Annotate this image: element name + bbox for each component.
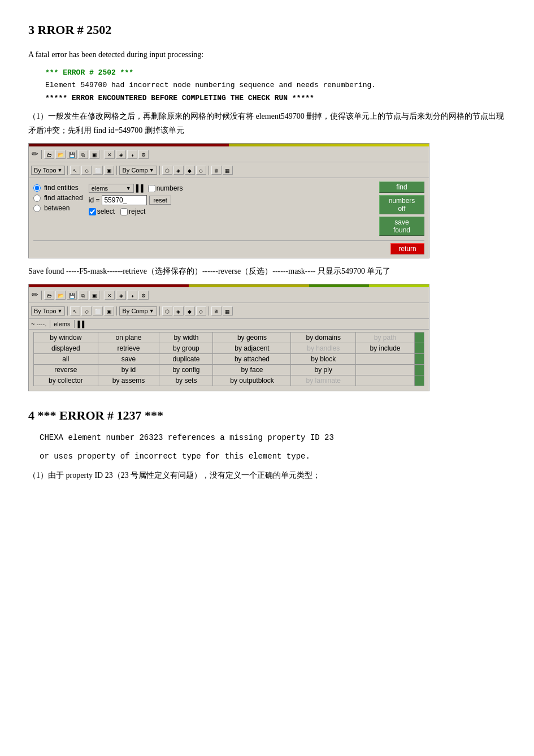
section4-title: 4 *** ERROR # 1237 ***	[28, 408, 506, 423]
by-path-cell[interactable]: by path	[356, 332, 415, 343]
reset-btn[interactable]: reset	[149, 196, 171, 205]
section3-intro: A fatal error has been detected during i…	[28, 49, 506, 61]
elems-dropdown[interactable]: elems ▼	[89, 184, 134, 193]
by-include-cell[interactable]: by include	[356, 343, 415, 354]
sc2-by-topo-btn[interactable]: By Topo ▼	[31, 306, 65, 316]
diamond4-icon[interactable]: ◇	[196, 166, 206, 175]
sc2-mini-label: ~ ----.	[31, 321, 46, 327]
sc2-dropdown-arrow2-icon: ▼	[149, 308, 154, 314]
sc2-arrow-icon[interactable]: ◇	[81, 306, 92, 316]
sc2-delete-icon[interactable]: ✕	[105, 291, 115, 300]
sc2-sphere-icon[interactable]: ◈	[173, 306, 184, 316]
sc2-box-icon[interactable]: ⬜	[93, 306, 103, 316]
id-input[interactable]	[102, 195, 147, 205]
sc2-diamond4-icon[interactable]: ◇	[196, 306, 206, 316]
sc2-select-icon[interactable]: ▣	[89, 291, 99, 300]
by-comp-btn[interactable]: By Comp ▼	[119, 166, 157, 175]
empty-cell3	[356, 375, 415, 386]
numbers-off-btn[interactable]: numbers off	[379, 195, 424, 214]
by-sets-cell[interactable]: by sets	[159, 375, 213, 386]
section4-line1: CHEXA element number 26323 references a …	[40, 431, 506, 444]
by-block-cell[interactable]: by block	[291, 354, 356, 365]
sc2-by-comp-btn[interactable]: By Comp ▼	[119, 306, 157, 316]
toolbar-delete-icon[interactable]: ✕	[105, 150, 115, 159]
numbers-checkbox[interactable]: numbers	[148, 184, 183, 192]
by-topo-label: By Topo	[34, 167, 57, 174]
arrow-icon[interactable]: ◇	[81, 166, 92, 175]
screenshot2: ✏ 🗁 📂 💾 ⧉ ▣ ✕ ◈ ⬧ ⚙ By Topo ▼ ↖ ◇ ⬜ ▣ By…	[28, 284, 429, 391]
by-group-cell[interactable]: by group	[159, 343, 213, 354]
toolbar-settings-icon[interactable]: ⚙	[138, 150, 149, 159]
sc2-settings-icon[interactable]: ⚙	[138, 291, 149, 300]
reverse-cell[interactable]: reverse	[34, 365, 98, 375]
sc2-diamond1-icon[interactable]: ◈	[116, 291, 126, 300]
sc2-open-icon[interactable]: 📂	[55, 291, 66, 300]
entity-selection-table: by window on plane by width by geoms by …	[33, 332, 424, 386]
sc2-mesh-icon[interactable]: ⧉	[78, 291, 88, 300]
save-found-btn[interactable]: save found	[379, 217, 424, 236]
box-icon[interactable]: ⬜	[93, 166, 103, 175]
toolbar-diamond1-icon[interactable]: ◈	[116, 150, 126, 159]
by-assems-cell[interactable]: by assems	[98, 375, 159, 386]
cursor-icon[interactable]: ↖	[70, 166, 80, 175]
sphere-icon[interactable]: ◈	[173, 166, 184, 175]
diamond3-icon[interactable]: ◆	[185, 166, 195, 175]
by-topo-btn[interactable]: By Topo ▼	[31, 166, 65, 175]
empty-cell2	[356, 365, 415, 375]
by-width-cell[interactable]: by width	[159, 332, 213, 343]
by-collector-cell[interactable]: by collector	[34, 375, 98, 386]
find-btn[interactable]: find	[379, 182, 424, 193]
displayed-cell[interactable]: displayed	[34, 343, 98, 354]
all-cell[interactable]: all	[34, 354, 98, 365]
save-cell[interactable]: save	[98, 354, 159, 365]
by-window-cell[interactable]: by window	[34, 332, 98, 343]
sc2-cursor-icon[interactable]: ↖	[70, 306, 80, 316]
radio-find-attached[interactable]: find attached	[33, 194, 83, 202]
save-found-note: Save found -----F5-mask------retrieve（选择…	[28, 264, 506, 278]
find-entities-label: find entities	[44, 184, 79, 192]
by-laminate-cell[interactable]: by laminate	[291, 375, 356, 386]
sc2-save-icon[interactable]: 💾	[67, 291, 77, 300]
by-geoms-cell[interactable]: by geoms	[213, 332, 291, 343]
by-face-cell[interactable]: by face	[213, 365, 291, 375]
select-checkbox[interactable]: select	[89, 208, 115, 215]
retrieve-cell[interactable]: retrieve	[98, 343, 159, 354]
on-plane-cell[interactable]: on plane	[98, 332, 159, 343]
by-domains-cell[interactable]: by domains	[291, 332, 356, 343]
toolbar-folder-icon[interactable]: 🗁	[44, 150, 54, 159]
by-ply-cell[interactable]: by ply	[291, 365, 356, 375]
by-adjacent-cell[interactable]: by adjacent	[213, 343, 291, 354]
cube-icon[interactable]: ⬡	[162, 166, 172, 175]
toolbar-diamond2-icon[interactable]: ⬧	[127, 150, 137, 159]
sc2-diamond2-icon[interactable]: ⬧	[127, 291, 137, 300]
section4-chinese: （1）由于 property ID 23（23 号属性定义有问题），没有定义一个…	[28, 468, 506, 482]
toolbar-pencil-icon[interactable]: ✏	[31, 149, 39, 159]
by-outputblock-cell[interactable]: by outputblock	[213, 375, 291, 386]
sc2-pencil-icon[interactable]: ✏	[31, 290, 39, 300]
empty-cell1	[356, 354, 415, 365]
by-handles-cell[interactable]: by handles	[291, 343, 356, 354]
toolbar-save-icon[interactable]: 💾	[67, 150, 77, 159]
sc2-folder-icon[interactable]: 🗁	[44, 291, 54, 300]
elems-arrow-icon: ▼	[126, 185, 131, 191]
by-config-cell[interactable]: by config	[159, 365, 213, 375]
reject-checkbox[interactable]: reject	[120, 208, 145, 215]
toolbar-select-icon[interactable]: ▣	[89, 150, 99, 159]
sc2-mesh-icon2[interactable]: ▣	[104, 306, 114, 316]
sc2-monitor-icon[interactable]: 🖥	[211, 306, 222, 316]
radio-find-entities[interactable]: find entities	[33, 184, 83, 192]
duplicate-cell[interactable]: duplicate	[159, 354, 213, 365]
sc2-diamond3-icon[interactable]: ◆	[185, 306, 195, 316]
radio-between[interactable]: between	[33, 204, 83, 212]
sc2-display-icon[interactable]: ▦	[223, 306, 233, 316]
display-icon[interactable]: ▦	[223, 166, 233, 175]
by-attached-cell[interactable]: by attached	[213, 354, 291, 365]
sc2-cube-icon[interactable]: ⬡	[162, 306, 172, 316]
toolbar-mesh-icon[interactable]: ⧉	[78, 150, 88, 159]
return-btn[interactable]: return	[390, 243, 424, 254]
mesh-icon2[interactable]: ▣	[104, 166, 114, 175]
id-label: id =	[89, 196, 100, 204]
toolbar-open-icon[interactable]: 📂	[55, 150, 66, 159]
monitor-icon[interactable]: 🖥	[211, 166, 222, 175]
by-id-cell[interactable]: by id	[98, 365, 159, 375]
